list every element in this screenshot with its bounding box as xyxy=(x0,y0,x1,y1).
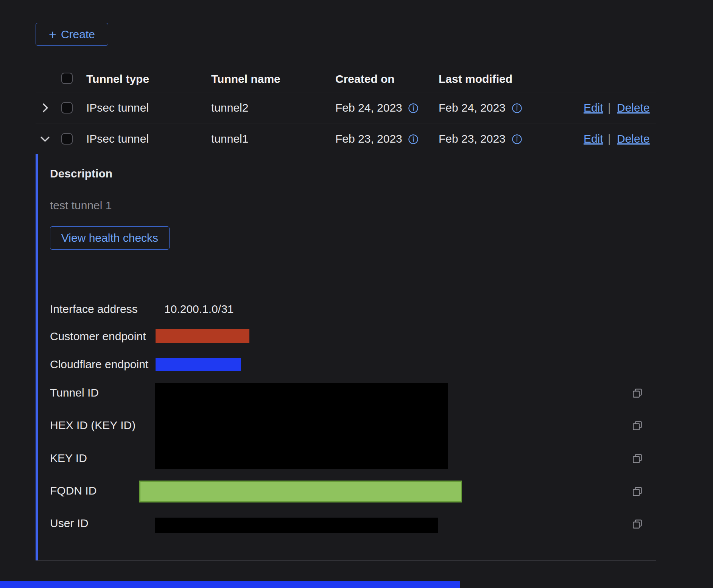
detail-divider xyxy=(50,275,646,275)
column-header-tunnel-name: Tunnel name xyxy=(211,73,280,86)
fqdn-id-label: FQDN ID xyxy=(50,484,97,497)
header-divider xyxy=(36,92,656,92)
tunnel-name-cell: tunnel2 xyxy=(211,101,248,114)
tunnel-name-cell: tunnel1 xyxy=(211,132,248,145)
customer-endpoint-redaction xyxy=(156,329,249,343)
created-on-cell: Feb 24, 2023 xyxy=(335,101,402,114)
last-modified-cell: Feb 24, 2023 xyxy=(439,101,506,114)
row-checkbox[interactable] xyxy=(61,102,73,114)
edit-link[interactable]: Edit xyxy=(584,132,603,145)
column-header-tunnel-type: Tunnel type xyxy=(86,73,149,86)
tunnel-type-cell: IPsec tunnel xyxy=(86,132,149,145)
description-label: Description xyxy=(50,167,112,180)
info-icon[interactable] xyxy=(408,103,419,114)
info-icon[interactable] xyxy=(512,103,522,114)
column-header-last-modified: Last modified xyxy=(439,73,512,86)
action-separator: | xyxy=(608,132,611,145)
copy-tunnel-id-button[interactable] xyxy=(631,387,643,399)
tunnel-type-cell: IPsec tunnel xyxy=(86,101,149,114)
delete-link[interactable]: Delete xyxy=(617,101,650,114)
info-icon[interactable] xyxy=(512,134,522,145)
action-separator: | xyxy=(608,101,611,114)
description-value: test tunnel 1 xyxy=(50,199,112,212)
create-button-label: Create xyxy=(61,28,95,41)
view-health-checks-button[interactable]: View health checks xyxy=(50,226,170,250)
copy-user-id-button[interactable] xyxy=(631,518,643,530)
row-divider xyxy=(36,123,656,123)
customer-endpoint-label: Customer endpoint xyxy=(50,330,146,343)
bottom-redaction-bar xyxy=(0,581,460,588)
cloudflare-endpoint-label: Cloudflare endpoint xyxy=(50,358,148,371)
created-on-cell: Feb 23, 2023 xyxy=(335,132,402,145)
last-modified-cell: Feb 23, 2023 xyxy=(439,132,506,145)
copy-icon xyxy=(631,453,643,465)
copy-icon xyxy=(631,420,643,432)
delete-link[interactable]: Delete xyxy=(617,132,650,145)
tunnel-id-label: Tunnel ID xyxy=(50,386,99,399)
user-id-label: User ID xyxy=(50,517,89,530)
plus-icon: + xyxy=(49,29,56,40)
copy-fqdn-id-button[interactable] xyxy=(631,485,643,498)
collapse-row-chevron-down-icon[interactable] xyxy=(39,132,51,145)
interface-address-label: Interface address xyxy=(50,303,138,316)
ipsec-tunnels-page: + Create Tunnel type Tunnel name Created… xyxy=(0,0,713,588)
create-button[interactable]: + Create xyxy=(36,23,108,46)
copy-icon xyxy=(631,518,643,530)
copy-hex-id-button[interactable] xyxy=(631,420,643,432)
info-icon[interactable] xyxy=(408,134,419,145)
user-id-redaction xyxy=(155,518,438,533)
copy-icon xyxy=(631,387,643,399)
copy-key-id-button[interactable] xyxy=(631,453,643,465)
tunnel-id-redaction xyxy=(155,383,448,469)
copy-icon xyxy=(631,485,643,498)
hex-id-label: HEX ID (KEY ID) xyxy=(50,419,135,432)
column-header-created-on: Created on xyxy=(335,73,395,86)
cloudflare-endpoint-redaction xyxy=(156,358,241,371)
edit-link[interactable]: Edit xyxy=(584,101,603,114)
key-id-label: KEY ID xyxy=(50,452,87,465)
select-all-checkbox[interactable] xyxy=(61,73,73,84)
panel-accent-bar xyxy=(36,154,38,560)
fqdn-id-redaction xyxy=(139,481,462,502)
view-health-checks-label: View health checks xyxy=(61,232,158,244)
panel-bottom-divider xyxy=(36,560,656,561)
expand-row-chevron-right-icon[interactable] xyxy=(39,101,51,114)
row-checkbox[interactable] xyxy=(61,133,73,145)
interface-address-value: 10.200.1.0/31 xyxy=(164,303,234,316)
